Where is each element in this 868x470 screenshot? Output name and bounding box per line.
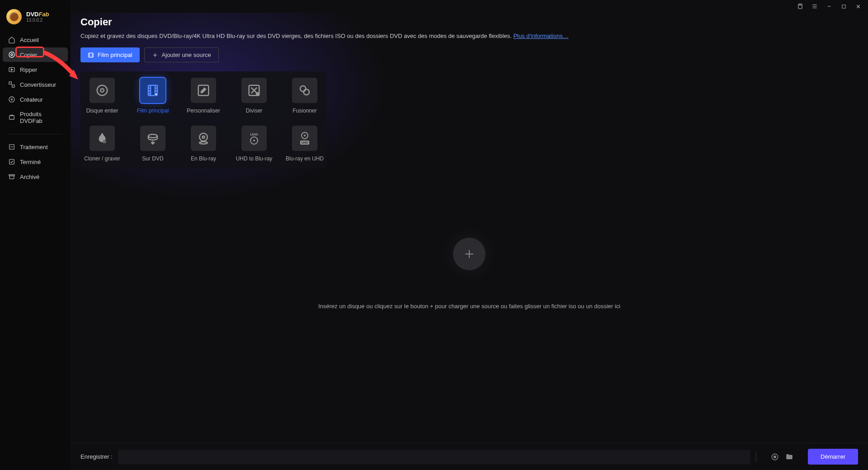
logo-section: DVDFab 13.0.0.2 [0,5,71,33]
svg-point-1 [11,54,13,56]
nav-done[interactable]: Terminé [3,155,68,169]
sidebar: DVDFab 13.0.0.2 Accueil Copier Ripper Co… [0,0,71,470]
svg-point-36 [774,456,776,458]
copy-icon [8,51,15,58]
button-label: Ajouter une source [162,52,211,58]
processing-icon [8,143,15,150]
nav-label: Accueil [20,37,39,43]
brand-block: DVDFab 13.0.0.2 [26,11,49,23]
content: Copier Copiez et gravez des disques DVD/… [71,13,868,443]
titlebar-pin-icon[interactable] [794,1,807,11]
page-title: Copier [80,16,858,28]
nav-creator[interactable]: Créateur [3,92,68,107]
nav-secondary: Traitement Terminé Archivé [0,140,71,184]
nav-converter[interactable]: Convertisseur [3,77,68,92]
plus-icon [462,247,476,261]
plus-icon [152,52,158,58]
titlebar-menu-icon[interactable] [808,1,821,11]
save-path-input[interactable] [118,450,750,464]
svg-rect-8 [9,160,14,164]
brand-name: DVDFab [26,11,49,18]
start-button[interactable]: Démarrer [808,449,858,465]
nav-copier[interactable]: Copier [3,47,68,62]
nav-label: Archivé [20,174,39,180]
drop-area[interactable]: Insérez un disque ou cliquez sur le bout… [80,93,858,443]
action-row: Film principal Ajouter une source [80,47,858,62]
minimize-button[interactable] [823,1,835,11]
nav-archived[interactable]: Archivé [3,169,68,184]
svg-rect-6 [9,116,14,119]
creator-icon [8,96,15,103]
main-area: Copier Copiez et gravez des disques DVD/… [71,0,868,470]
svg-rect-10 [9,176,14,179]
nav-label: Créateur [20,96,43,103]
iso-output-icon[interactable] [771,453,779,461]
film-principal-button[interactable]: Film principal [80,47,140,62]
film-icon [88,52,94,58]
nav-processing[interactable]: Traitement [3,140,68,154]
nav-label: Traitement [20,144,48,150]
drop-circle-outer [442,227,496,281]
nav-products[interactable]: Produits DVDFab [3,107,68,128]
nav-label: Copier [20,52,37,58]
maximize-button[interactable] [837,1,850,11]
page-description: Copiez et gravez des disques DVD/Blu-ray… [80,33,858,39]
svg-point-0 [9,52,14,57]
products-icon [8,114,15,121]
more-info-link[interactable]: Plus d'informations… [513,33,568,39]
nav-label: Terminé [20,159,41,165]
close-button[interactable] [852,1,864,11]
svg-rect-13 [89,53,94,57]
nav-label: Convertisseur [20,81,56,88]
svg-point-21 [300,86,306,92]
nav-main: Accueil Copier Ripper Convertisseur Créa… [0,33,71,128]
save-to-label: Enregistrer : [80,453,113,460]
nav-ripper[interactable]: Ripper [3,62,68,77]
brand-version: 13.0.0.2 [26,18,49,23]
sidebar-divider [8,134,62,134]
svg-rect-11 [798,4,802,9]
button-label: Film principal [98,52,132,58]
footer-separator [756,451,756,462]
archive-icon [8,173,15,180]
svg-rect-3 [9,82,11,84]
drop-instruction-text: Insérez un disque ou cliquez sur le bout… [318,303,620,310]
app-logo-icon [6,9,22,24]
home-icon [8,36,15,43]
footer-icons [771,453,793,461]
svg-rect-4 [12,85,14,87]
folder-output-icon[interactable] [785,453,793,461]
svg-rect-12 [842,5,845,8]
nav-label: Ripper [20,66,37,73]
titlebar [71,0,868,13]
nav-label: Produits DVDFab [20,111,62,124]
svg-point-15 [100,89,104,92]
done-icon [8,158,15,165]
nav-home[interactable]: Accueil [3,33,68,47]
ripper-icon [8,66,15,73]
add-source-circle-button[interactable] [453,238,486,270]
converter-icon [8,81,15,88]
footer-bar: Enregistrer : Démarrer [71,443,868,470]
add-source-button[interactable]: Ajouter une source [144,47,219,62]
